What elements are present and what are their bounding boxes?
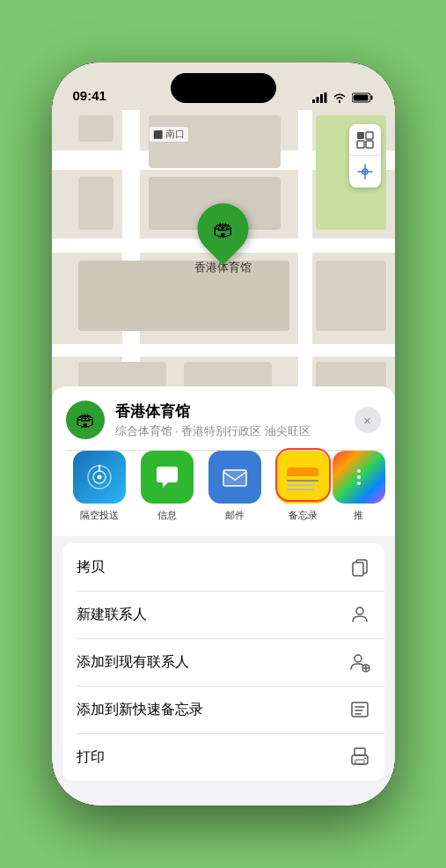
svg-point-32 [364,758,366,760]
svg-rect-7 [357,132,364,139]
action-add-contact-label: 添加到现有联系人 [77,653,189,672]
messages-icon [141,451,194,504]
more-dots [357,469,361,485]
more-label: 推 [354,509,363,522]
airdrop-label: 隔空投送 [80,509,119,522]
action-quick-note[interactable]: 添加到新快速备忘录 [62,686,384,733]
action-print[interactable]: 打印 [62,733,384,781]
share-item-messages[interactable]: 信息 [134,451,201,522]
memo-icon [349,699,370,720]
mail-label: 邮件 [225,509,245,522]
signal-icon [312,92,327,103]
location-info: 香港体育馆 综合体育馆 · 香港特别行政区 油尖旺区 [115,401,355,439]
action-copy[interactable]: 拷贝 [62,543,384,591]
notes-label: 备忘录 [289,509,318,522]
map-area: ⬛ 南口 [52,63,395,432]
share-item-airdrop[interactable]: 隔空投送 [66,451,134,522]
svg-point-14 [98,475,102,480]
close-button[interactable]: × [355,407,381,433]
share-item-notes[interactable]: 备忘录 [269,451,337,522]
svg-rect-0 [312,99,315,103]
location-header: 🏟 香港体育馆 综合体育馆 · 香港特别行政区 油尖旺区 × [66,401,381,439]
location-button[interactable] [349,156,381,188]
phone-screen: 09:41 [52,63,395,805]
map-label: ⬛ 南口 [149,126,189,143]
wifi-icon [333,92,347,103]
person-icon [349,604,370,625]
map-view-button[interactable] [349,124,381,156]
svg-rect-3 [324,92,326,103]
map-label-icon: ⬛ [153,130,163,139]
svg-rect-9 [357,141,364,148]
person-add-icon [349,651,370,673]
share-row: 隔空投送 信息 [66,451,381,536]
svg-rect-5 [370,96,372,100]
dynamic-island [171,73,276,103]
svg-rect-2 [320,94,323,103]
bottom-sheet: 🏟 香港体育馆 综合体育馆 · 香港特别行政区 油尖旺区 × [52,386,395,805]
location-card: 🏟 香港体育馆 综合体育馆 · 香港特别行政区 油尖旺区 × [52,386,395,536]
map-controls [349,124,381,188]
pin-circle: 🏟 [186,193,259,265]
mail-icon [208,451,261,504]
action-new-contact-label: 新建联系人 [77,606,147,624]
notes-icon [276,451,329,504]
action-add-contact[interactable]: 添加到现有联系人 [62,638,384,686]
location-pin: 🏟 香港体育馆 [194,203,252,276]
svg-rect-8 [366,132,373,139]
action-quick-note-label: 添加到新快速备忘录 [77,701,203,719]
svg-rect-1 [316,97,318,103]
location-subtitle: 综合体育馆 · 香港特别行政区 油尖旺区 [115,423,355,439]
copy-icon [349,556,370,577]
svg-rect-6 [353,95,368,101]
share-item-more[interactable]: 推 [337,451,381,522]
svg-point-20 [356,607,363,614]
action-new-contact[interactable]: 新建联系人 [62,591,384,638]
action-list: 拷贝 新建联系人 [62,543,384,781]
battery-icon [352,92,374,103]
svg-rect-19 [353,563,363,576]
print-icon [349,747,370,768]
more-icon [333,451,385,504]
status-time: 09:41 [73,88,106,105]
svg-rect-16 [223,470,246,486]
phone-frame: 09:41 [52,63,395,805]
svg-rect-29 [355,748,365,755]
airdrop-icon [73,451,126,504]
action-print-label: 打印 [77,748,105,767]
svg-point-21 [355,655,362,662]
svg-rect-10 [366,141,373,148]
share-item-mail[interactable]: 邮件 [201,451,269,522]
location-icon: 🏟 [66,401,105,439]
messages-label: 信息 [157,509,177,522]
location-name: 香港体育馆 [115,401,355,422]
action-copy-label: 拷贝 [77,558,105,577]
status-icons [312,92,374,105]
